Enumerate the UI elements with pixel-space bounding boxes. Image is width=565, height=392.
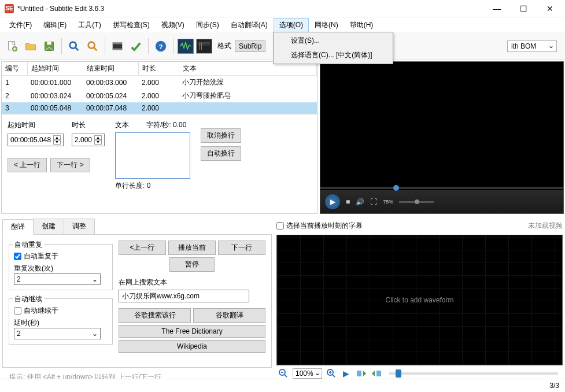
svg-rect-15 (201, 43, 202, 50)
subtitle-text-input[interactable] (115, 132, 190, 179)
svg-rect-7 (113, 42, 123, 44)
waveform-slider[interactable] (389, 372, 558, 375)
video-controls: ▶ ■ 🔊 ⛶ 75% (320, 190, 563, 213)
prev-line-button[interactable]: < 上一行 (8, 158, 47, 172)
auto-continue-checkbox[interactable]: 自动继续于 (14, 306, 108, 316)
table-row[interactable]: 300:00:05.04800:00:07.0482.000 (2, 102, 317, 114)
repeat-count-select[interactable]: 2 (14, 273, 101, 285)
options-dropdown: 设置(S)... 选择语言(C)... [中文(简体)] (273, 32, 393, 64)
tab-create[interactable]: 创建 (33, 219, 64, 234)
menu-sync[interactable]: 同步(S) (190, 18, 225, 32)
format-select[interactable]: SubRip (235, 40, 265, 52)
duration-label: 时长 (72, 120, 105, 130)
encoding-select[interactable]: ith BOM (507, 40, 557, 52)
tab-adjust[interactable]: 调整 (64, 219, 95, 234)
menu-file[interactable]: 文件(F) (3, 18, 38, 32)
dropdown-language[interactable]: 选择语言(C)... [中文(简体)] (275, 48, 392, 62)
menu-options[interactable]: 选项(O) (274, 18, 309, 32)
open-file-icon[interactable] (22, 38, 39, 55)
menu-autotranslate[interactable]: 自动翻译(A) (225, 18, 274, 32)
speed-label: 75% (383, 199, 393, 205)
menu-tools[interactable]: 工具(T) (72, 18, 106, 32)
col-start[interactable]: 起始时间 (27, 62, 83, 76)
format-label: 格式 (217, 41, 231, 51)
col-number[interactable]: 编号 (2, 62, 27, 76)
auto-repeat-group: 自动重复 自动重复于 重复次数(次) 2 (9, 244, 113, 290)
no-video-label: 未加载视频 (528, 221, 563, 231)
new-file-icon[interactable] (3, 38, 21, 55)
autobreak-button[interactable]: 自动换行 (201, 146, 241, 161)
play-prev-button[interactable]: <上一行 (119, 241, 166, 255)
spellcheck-icon[interactable] (127, 38, 145, 55)
menu-help[interactable]: 帮助(H) (344, 18, 379, 32)
delay-select[interactable]: 2 (14, 328, 101, 339)
col-end[interactable]: 结束时间 (83, 62, 138, 76)
play-icon[interactable]: ▶ (325, 194, 340, 209)
lower-tabs: 翻译 创建 调整 (2, 219, 272, 235)
fullscreen-icon[interactable]: ⛶ (370, 198, 377, 206)
minimize-button[interactable]: — (489, 4, 505, 13)
edit-panel: 起始时间 00:00:05.048▲▼ 时长 2.000▲▼ < 上一行 下一行… (2, 114, 317, 213)
free-dictionary-button[interactable]: The Free Dictionary (119, 325, 265, 338)
replace-icon[interactable] (84, 38, 101, 55)
close-button[interactable]: ✕ (542, 4, 558, 13)
find-icon[interactable] (65, 38, 83, 55)
help-icon[interactable]: ? (152, 38, 169, 55)
svg-point-5 (88, 42, 95, 48)
visual-sync-icon[interactable] (109, 38, 126, 55)
svg-text:?: ? (159, 43, 163, 50)
subtitle-table[interactable]: 编号 起始时间 结束时间 时长 文本 100:00:01.00000:00:03… (2, 62, 317, 114)
search-label: 在网上搜索文本 (119, 278, 265, 287)
menu-bar: 文件(F) 编辑(E) 工具(T) 拼写检查(S) 视频(V) 同步(S) 自动… (0, 17, 565, 32)
status-count: 3/3 (549, 382, 559, 390)
menu-video[interactable]: 视频(V) (156, 18, 190, 32)
title-bar: SE *Untitled - Subtitle Edit 3.6.3 — ☐ ✕ (0, 0, 565, 17)
zoom-out-icon[interactable] (278, 368, 289, 379)
menu-edit[interactable]: 编辑(E) (38, 18, 72, 32)
svg-rect-14 (200, 43, 200, 50)
svg-rect-8 (113, 48, 123, 50)
zoom-in-icon[interactable] (326, 368, 337, 379)
waveform-area[interactable]: Click to add waveform (276, 235, 563, 365)
waveform-placeholder: Click to add waveform (385, 296, 453, 304)
maximize-button[interactable]: ☐ (515, 4, 531, 13)
wave-play-icon[interactable]: ▶ (341, 368, 352, 379)
table-row[interactable]: 200:00:03.02400:00:05.0242.000小刀弯腰捡肥皂 (2, 89, 317, 102)
volume-icon[interactable]: 🔊 (356, 198, 364, 206)
save-file-icon[interactable] (40, 38, 58, 55)
svg-rect-19 (376, 371, 381, 376)
auto-repeat-checkbox[interactable]: 自动重复于 (14, 252, 108, 261)
play-next-button[interactable]: 下一行 (218, 241, 265, 255)
menu-spellcheck[interactable]: 拼写检查(S) (107, 18, 156, 32)
menu-network[interactable]: 网络(N) (309, 18, 344, 32)
start-time-input[interactable]: 00:00:05.048▲▼ (8, 134, 64, 146)
wave-pos2-icon[interactable] (371, 368, 382, 379)
wave-pos1-icon[interactable] (356, 368, 367, 379)
col-duration[interactable]: 时长 (138, 62, 179, 76)
search-input[interactable] (119, 290, 249, 302)
waveform-view-icon[interactable] (178, 39, 194, 54)
tab-translate[interactable]: 翻译 (2, 219, 34, 235)
stop-icon[interactable]: ■ (346, 198, 350, 206)
subtitle-list-pane: 编号 起始时间 结束时间 时长 文本 100:00:01.00000:00:03… (1, 61, 317, 214)
duration-input[interactable]: 2.000▲▼ (72, 134, 105, 146)
dropdown-settings[interactable]: 设置(S)... (275, 34, 392, 48)
window-controls: — ☐ ✕ (489, 4, 558, 13)
zoom-select[interactable]: 100% (293, 368, 322, 379)
google-translate-button[interactable]: 谷歌翻译 (193, 308, 265, 323)
table-row[interactable]: 100:00:01.00000:00:03.0002.000小刀开始洗澡 (2, 76, 317, 90)
svg-rect-18 (357, 371, 361, 376)
cps-label: 字符/秒: 0.00 (146, 120, 186, 130)
repeat-count-label: 重复次数(次) (14, 264, 108, 273)
spectrogram-view-icon[interactable] (196, 39, 212, 54)
status-bar: 3/3 (0, 379, 565, 392)
play-current-button[interactable]: 播放当前 (168, 241, 216, 255)
next-line-button[interactable]: 下一行 > (50, 158, 90, 172)
video-player[interactable]: ▶ ■ 🔊 ⛶ 75% (320, 61, 564, 214)
start-time-label: 起始时间 (8, 120, 64, 130)
unbreak-button[interactable]: 取消换行 (201, 128, 241, 143)
select-at-playtime-checkbox[interactable]: 选择当前播放时刻的字幕 (276, 221, 363, 231)
pause-button[interactable]: 暂停 (169, 257, 215, 272)
wikipedia-button[interactable]: Wikipedia (119, 340, 265, 353)
google-search-button[interactable]: 谷歌搜索该行 (119, 308, 191, 323)
